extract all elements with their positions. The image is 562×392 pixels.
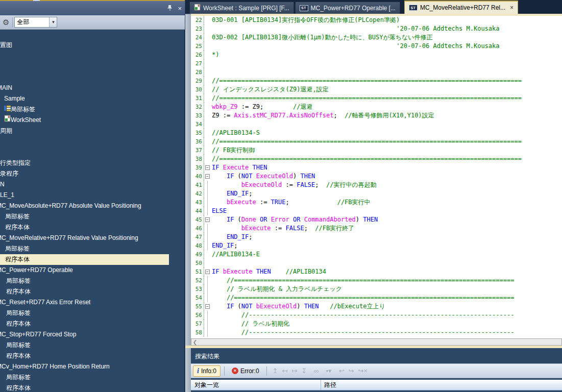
code-line-49[interactable]: 49//APLIB0134-E <box>191 250 562 259</box>
code-line-25[interactable]: 25 '20-07-06 Addtechs M.Kousaka <box>191 42 562 51</box>
next-result-icon[interactable]: ↦ <box>289 367 299 375</box>
document-tab-0[interactable]: WorkSheet : Sample [PRG] [F... <box>189 2 294 14</box>
st-code-editor[interactable]: 2203D-001 [APLIB0134]実行指令OFF後の動作修正(PLCop… <box>191 16 562 338</box>
tree-item[interactable]: 周期 <box>0 126 185 136</box>
tree-item[interactable]: Sample <box>0 93 185 104</box>
gear-icon[interactable]: ⚙ <box>3 18 9 27</box>
close-panel-icon[interactable]: × <box>178 5 182 12</box>
code-line-30[interactable]: 30// インデックスレジスタ(Z9)退避,設定 <box>191 85 562 94</box>
fold-marker[interactable]: − <box>204 172 212 181</box>
horizontal-scrollbar[interactable]: ❮ <box>191 338 562 346</box>
code-line-41[interactable]: 41 bExecuteOld := FALSE; //実行中の再起動 <box>191 181 562 189</box>
code-line-48[interactable]: 48END_IF; <box>191 241 562 250</box>
find-icon[interactable]: ∞ <box>312 367 321 375</box>
collapse-icon[interactable]: − <box>205 217 210 222</box>
collapse-icon[interactable]: − <box>205 165 210 170</box>
clear-results-icon[interactable]: ↪× <box>356 367 369 375</box>
column-header-path[interactable]: 路径 <box>321 381 336 389</box>
column-header-object-list[interactable]: 对象一览 <box>191 380 321 390</box>
code-line-31[interactable]: 31//====================================… <box>191 94 562 103</box>
code-line-58[interactable]: 58 //-----------------------------------… <box>191 328 562 337</box>
code-line-42[interactable]: 42 END_IF; <box>191 189 562 198</box>
tree-item[interactable]: 程序本体 <box>0 254 169 265</box>
tree-item[interactable]: 局部标签 <box>0 104 185 115</box>
code-line-45[interactable]: 45− IF (Done OR Error OR CommandAborted)… <box>191 215 562 224</box>
code-line-38[interactable]: 38//====================================… <box>191 155 562 163</box>
code-line-35[interactable]: 35//APLIB0134-S <box>191 129 562 137</box>
stop-icon[interactable]: ▪▾ <box>324 367 334 375</box>
last-result-icon[interactable]: ↧ <box>299 367 309 375</box>
error-filter-button[interactable]: × Error:0 <box>228 365 263 377</box>
code-line-34[interactable]: 34 <box>191 120 562 129</box>
code-line-32[interactable]: 32wbkp_Z9 := Z9; //退避 <box>191 103 562 111</box>
document-tab-1[interactable]: STMC_Power+RD77 Operable [... <box>295 2 400 14</box>
prev-result-icon[interactable]: ↤ <box>280 367 290 375</box>
code-line-37[interactable]: 37// FB実行制御 <box>191 146 562 155</box>
code-line-36[interactable]: 36//====================================… <box>191 137 562 146</box>
tab-close-icon[interactable]: × <box>510 4 514 11</box>
tree-item[interactable]: MCv_Home+RD77 Home Position Return <box>0 361 185 372</box>
code-line-57[interactable]: 57 // ラベル初期化 <box>191 320 562 328</box>
info-filter-button[interactable]: i Info:0 <box>193 365 221 377</box>
tree-item[interactable]: MAIN <box>0 83 185 93</box>
code-line-53[interactable]: 53 // ラベル初期化 & 入力ラベルチェック <box>191 285 562 293</box>
redo-jump-icon[interactable]: ↪ <box>347 367 356 375</box>
splitter-rail[interactable] <box>185 14 191 392</box>
tree-item[interactable]: MC_MoveAbsolute+RD77 Absolute Value Posi… <box>0 201 185 211</box>
tree-item[interactable]: 局部标签 <box>0 372 185 383</box>
code-line-44[interactable]: 44ELSE <box>191 207 562 215</box>
code-line-51[interactable]: 51−IF bExecute THEN //APLIB0134 <box>191 267 562 276</box>
tree-item[interactable]: WorkSheet <box>0 115 185 126</box>
code-line-50[interactable]: 50 <box>191 259 562 267</box>
tree-item[interactable]: 局部标签 <box>0 308 185 318</box>
tree-item[interactable]: 局部标签 <box>0 276 185 286</box>
code-line-52[interactable]: 52 //===================================… <box>191 276 562 285</box>
code-line-28[interactable]: 28 <box>191 68 562 77</box>
code-line-40[interactable]: 40− IF (NOT ExecuteOld) THEN <box>191 172 562 181</box>
tree-item[interactable]: 程序本体 <box>0 383 185 392</box>
tree-item[interactable]: 局部标签 <box>0 211 185 222</box>
code-line-27[interactable]: 27 <box>191 59 562 68</box>
fold-marker[interactable]: − <box>204 302 212 311</box>
document-tab-2[interactable]: STMC_MoveRelative+RD77 Rel...× <box>404 1 518 14</box>
tree-item[interactable]: 置图 <box>0 40 185 51</box>
code-line-56[interactable]: 56 //-----------------------------------… <box>191 311 562 320</box>
code-line-23[interactable]: 23 '20-07-06 Addtechs M.Kousaka <box>191 24 562 33</box>
code-line-22[interactable]: 2203D-001 [APLIB0134]実行指令OFF後の動作修正(PLCop… <box>191 16 562 24</box>
collapse-icon[interactable]: − <box>205 174 210 179</box>
tree-item[interactable]: 局部标签 <box>0 340 185 351</box>
code-line-39[interactable]: 39−IF Execute THEN <box>191 163 562 172</box>
first-result-icon[interactable]: ↥ <box>271 367 280 375</box>
tree-item[interactable]: 程序本体 <box>0 351 185 361</box>
tree-item[interactable]: MC_Reset+RD77 Axis Error Reset <box>0 297 185 308</box>
tree-item[interactable]: 局部标签 <box>0 243 185 254</box>
tree-item[interactable]: 行类型指定 <box>0 158 185 168</box>
tree-item[interactable]: MC_Stop+RD77 Forced Stop <box>0 329 185 340</box>
fold-marker[interactable]: − <box>204 163 212 172</box>
tree-item[interactable]: N <box>0 179 185 190</box>
pin-icon[interactable] <box>167 5 173 12</box>
collapse-icon[interactable]: − <box>205 270 210 274</box>
code-line-29[interactable]: 29//====================================… <box>191 77 562 85</box>
code-line-33[interactable]: 33Z9 := Axis.stMC_RD77.AxisNoOffset; //軸… <box>191 111 562 120</box>
collapse-icon[interactable]: − <box>205 304 210 309</box>
code-line-54[interactable]: 54 //===================================… <box>191 293 562 302</box>
scroll-left-arrow-icon[interactable]: ❮ <box>191 339 199 345</box>
tree-item[interactable]: 程序本体 <box>0 286 185 297</box>
tree-item[interactable]: MC_Power+RD77 Operable <box>0 265 185 276</box>
tree-item[interactable]: LE_1 <box>0 190 185 201</box>
code-line-46[interactable]: 46 bExecute := FALSE; //FB実行終了 <box>191 224 562 233</box>
tree-item[interactable]: 录程序 <box>0 168 185 179</box>
fold-marker[interactable]: − <box>204 267 212 276</box>
code-line-55[interactable]: 55− IF (NOT bExecuteOld) THEN //bExecute… <box>191 302 562 311</box>
undo-jump-icon[interactable]: ↩ <box>337 367 347 375</box>
chevron-down-icon[interactable]: ▼ <box>49 17 57 27</box>
code-line-24[interactable]: 2403D-002 [APLIB0138]微小距離(1μm)動かした時に、BUS… <box>191 33 562 42</box>
code-line-26[interactable]: 26*) <box>191 51 562 59</box>
code-line-47[interactable]: 47 END_IF; <box>191 233 562 241</box>
fold-marker[interactable]: − <box>204 215 212 224</box>
tree-item[interactable]: MC_MoveRelative+RD77 Relative Value Posi… <box>0 233 185 243</box>
tree-item[interactable]: 程序本体 <box>0 222 185 233</box>
tree-filter-dropdown[interactable]: 全部 ▼ <box>14 17 57 28</box>
tree-item[interactable]: 程序本体 <box>0 318 185 329</box>
